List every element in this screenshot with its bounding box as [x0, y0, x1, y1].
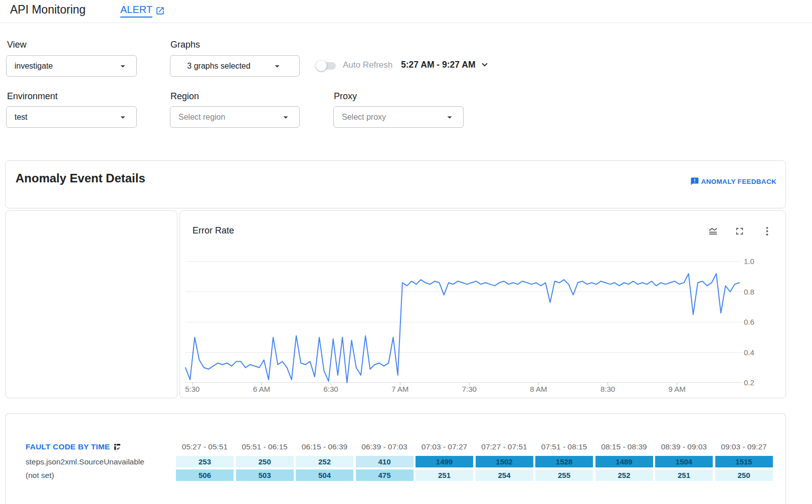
chevron-down-icon [117, 61, 128, 72]
anomaly-feedback-label: ANOMALY FEEDBACK [701, 178, 776, 185]
alert-link[interactable]: ALERT [120, 4, 165, 18]
fault-cell: 506 [176, 469, 234, 481]
environment-dropdown-value: test [15, 113, 28, 122]
anomaly-event-details-card: Anomaly Event Details ANOMALY FEEDBACK [5, 160, 786, 208]
x-tick-label: 8:30 [592, 385, 624, 393]
fault-cell: 250 [715, 469, 773, 481]
fault-cell: 1504 [655, 456, 713, 467]
error-rate-series-line [185, 274, 739, 383]
fault-cell: 250 [236, 456, 294, 467]
fault-cell: 255 [535, 469, 593, 481]
environment-dropdown[interactable]: test [6, 106, 137, 128]
fault-code-table: FAULT CODE BY TIME 05:27 - 05:5105:51 - … [26, 440, 775, 481]
api-monitoring-page: API Monitoring ALERT View investigate Gr… [0, 0, 812, 504]
toggle-thumb [316, 60, 327, 71]
fault-col-header: 06:39 - 07:03 [356, 440, 414, 454]
x-tick-label: 7:30 [453, 385, 485, 393]
page-title: API Monitoring [10, 3, 86, 17]
proxy-dropdown-placeholder: Select proxy [342, 113, 386, 122]
proxy-label: Proxy [334, 91, 357, 102]
fault-cell: 475 [356, 469, 414, 481]
fault-cell: 253 [176, 456, 234, 467]
anomaly-feedback-link[interactable]: ANOMALY FEEDBACK [690, 177, 776, 186]
fault-cell: 1515 [715, 456, 773, 467]
fault-col-header: 08:39 - 09:03 [655, 440, 713, 454]
time-range-selector[interactable]: 5:27 AM - 9:27 AM [401, 59, 490, 70]
y-tick-label: 0.8 [744, 288, 764, 296]
open-in-new-icon [155, 6, 165, 16]
fault-row-label: (not set) [26, 469, 176, 481]
fault-cell: 254 [476, 469, 533, 481]
alert-link-label: ALERT [120, 4, 152, 18]
fault-row-label: steps.json2xml.SourceUnavailable [26, 456, 176, 467]
header-divider [0, 23, 812, 23]
chart-gridlines [185, 262, 742, 353]
y-tick-label: 0.6 [744, 318, 764, 326]
anomaly-section-title: Anomaly Event Details [16, 171, 145, 185]
view-label: View [7, 40, 27, 50]
pivot-table-icon [113, 443, 121, 451]
y-tick-label: 1.0 [744, 257, 764, 266]
chevron-down-icon [444, 112, 455, 123]
environment-label: Environment [7, 91, 58, 102]
chevron-down-icon [280, 112, 291, 123]
region-label: Region [170, 91, 199, 102]
proxy-dropdown[interactable]: Select proxy [333, 106, 464, 128]
fault-col-header: 07:03 - 07:27 [416, 440, 473, 454]
fault-cell: 252 [595, 469, 653, 481]
fault-cell: 252 [296, 456, 353, 467]
fault-col-header: 05:27 - 05:51 [176, 440, 234, 454]
y-tick-label: 0.4 [744, 348, 764, 357]
error-rate-chart-card: Error Rate 1.00.80.60.40.2 5:306 AM6:307… [179, 210, 786, 398]
empty-detail-card [5, 210, 177, 398]
fault-col-header: 07:27 - 07:51 [476, 440, 533, 454]
chevron-down-icon [479, 59, 490, 70]
auto-refresh-label: Auto Refresh [343, 60, 392, 70]
graphs-dropdown-value: 3 graphs selected [187, 62, 250, 71]
x-tick-label: 8 AM [522, 385, 554, 393]
fault-col-header: 07:51 - 08:15 [535, 440, 593, 454]
fault-code-by-time-card: FAULT CODE BY TIME 05:27 - 05:5105:51 - … [5, 413, 786, 504]
graphs-label: Graphs [170, 40, 200, 50]
fault-cell: 504 [296, 469, 353, 481]
time-range-value: 5:27 AM - 9:27 AM [401, 60, 475, 70]
fault-col-header: 05:51 - 06:15 [236, 440, 294, 454]
chevron-down-icon [117, 112, 128, 123]
fault-cell: 503 [236, 469, 294, 481]
fault-cell: 1528 [535, 456, 593, 467]
fault-cell: 1502 [476, 456, 533, 467]
fault-cell: 251 [416, 469, 473, 481]
fault-table-title: FAULT CODE BY TIME [26, 442, 110, 451]
view-dropdown[interactable]: investigate [6, 55, 137, 77]
fault-col-header: 09:03 - 09:27 [715, 440, 773, 454]
x-tick-label: 6:30 [315, 385, 347, 393]
fault-cell: 251 [655, 469, 713, 481]
chevron-down-icon [272, 61, 283, 72]
feedback-bubble-icon [690, 177, 699, 186]
region-dropdown[interactable]: Select region [170, 106, 300, 128]
view-dropdown-value: investigate [15, 62, 53, 71]
x-tick-label: 7 AM [384, 385, 416, 393]
x-tick-label: 5:30 [176, 385, 209, 393]
fault-cell: 1489 [595, 456, 653, 467]
y-tick-label: 0.2 [744, 378, 764, 387]
region-dropdown-placeholder: Select region [178, 113, 225, 122]
fault-col-header: 06:15 - 06:39 [296, 440, 353, 454]
fault-cell: 410 [356, 456, 414, 467]
x-tick-label: 6 AM [246, 385, 278, 393]
fault-col-header: 08:15 - 08:39 [595, 440, 653, 454]
graphs-dropdown[interactable]: 3 graphs selected [170, 55, 300, 77]
fault-table-title-cell[interactable]: FAULT CODE BY TIME [26, 440, 176, 454]
error-rate-line-chart [180, 211, 786, 399]
fault-cell: 1499 [416, 456, 473, 467]
x-tick-label: 9 AM [661, 385, 693, 393]
auto-refresh-toggle[interactable] [316, 60, 337, 71]
